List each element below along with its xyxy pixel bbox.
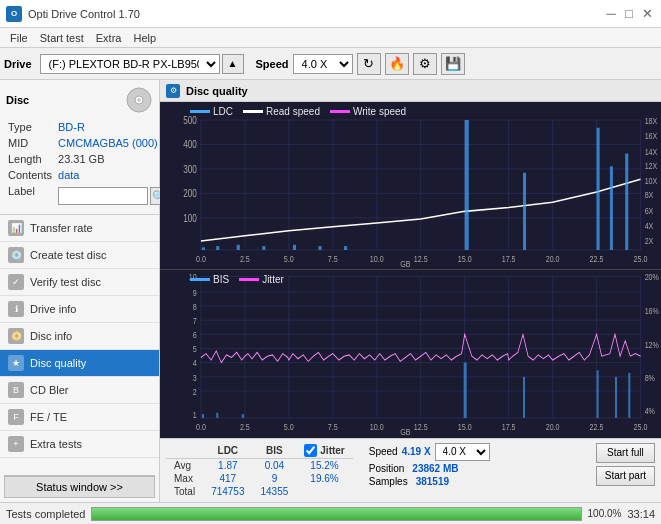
content-area: Disc Type BD-R MID CMCMAGBA5 (000) Lengt bbox=[0, 80, 661, 502]
sidebar-item-create-test-disc[interactable]: 💿 Create test disc bbox=[0, 242, 159, 269]
disc-quality-header-icon: ⚙ bbox=[166, 84, 180, 98]
verify-test-disc-icon: ✓ bbox=[8, 274, 24, 290]
menu-help[interactable]: Help bbox=[127, 31, 162, 45]
svg-rect-109 bbox=[216, 413, 218, 418]
svg-rect-49 bbox=[237, 245, 240, 250]
svg-rect-47 bbox=[202, 247, 205, 250]
svg-text:9: 9 bbox=[193, 288, 197, 298]
speed-section: Speed 4.19 X 1.0 X2.0 X4.0 X6.0 X8.0 X P… bbox=[369, 443, 490, 489]
eject-button[interactable]: ▲ bbox=[222, 54, 244, 74]
speed-select-stat[interactable]: 1.0 X2.0 X4.0 X6.0 X8.0 X bbox=[435, 443, 490, 461]
nav-items: 📊 Transfer rate 💿 Create test disc ✓ Ver… bbox=[0, 215, 159, 471]
maximize-button[interactable]: □ bbox=[621, 6, 637, 22]
total-label: Total bbox=[166, 485, 203, 498]
svg-rect-50 bbox=[262, 246, 265, 250]
sidebar-item-cd-bler[interactable]: B CD Bler bbox=[0, 377, 159, 404]
position-label: Position bbox=[369, 463, 405, 474]
sidebar-item-verify-test-disc[interactable]: ✓ Verify test disc bbox=[0, 269, 159, 296]
drive-selector: (F:) PLEXTOR BD-R PX-LB950SA 1.06 ▲ bbox=[40, 54, 244, 74]
read-speed-legend: Read speed bbox=[243, 106, 320, 117]
svg-text:GB: GB bbox=[400, 259, 410, 269]
minimize-button[interactable]: ─ bbox=[603, 6, 619, 22]
svg-text:12.5: 12.5 bbox=[414, 254, 428, 264]
svg-text:22.5: 22.5 bbox=[590, 254, 604, 264]
svg-rect-111 bbox=[464, 363, 467, 418]
title-bar: O Opti Drive Control 1.70 ─ □ ✕ bbox=[0, 0, 661, 28]
start-part-button[interactable]: Start part bbox=[596, 466, 655, 486]
nav-label-transfer-rate: Transfer rate bbox=[30, 222, 93, 234]
nav-label-cd-bler: CD Bler bbox=[30, 384, 69, 396]
write-speed-legend: Write speed bbox=[330, 106, 406, 117]
burn-button[interactable]: 🔥 bbox=[385, 53, 409, 75]
disc-quality-icon: ★ bbox=[8, 355, 24, 371]
charts-area: LDC Read speed Write speed bbox=[160, 102, 661, 438]
stats-table: LDC BIS Jitter Avg 1.87 0.04 15.2% bbox=[166, 443, 353, 499]
max-label: Max bbox=[166, 472, 203, 485]
disc-info-icon: 📀 bbox=[8, 328, 24, 344]
menu-start-test[interactable]: Start test bbox=[34, 31, 90, 45]
svg-text:10.0: 10.0 bbox=[370, 422, 384, 432]
buttons-section: Start full Start part bbox=[596, 443, 655, 486]
svg-point-2 bbox=[137, 98, 141, 102]
sidebar-item-disc-info[interactable]: 📀 Disc info bbox=[0, 323, 159, 350]
speed-combo[interactable]: 1.0 X2.0 X4.0 X6.0 X8.0 X bbox=[293, 54, 353, 74]
settings-button[interactable]: ⚙ bbox=[413, 53, 437, 75]
svg-text:2.5: 2.5 bbox=[240, 422, 250, 432]
menu-extra[interactable]: Extra bbox=[90, 31, 128, 45]
jitter-checkbox[interactable] bbox=[304, 444, 317, 457]
toolbar: Drive (F:) PLEXTOR BD-R PX-LB950SA 1.06 … bbox=[0, 48, 661, 80]
save-button[interactable]: 💾 bbox=[441, 53, 465, 75]
menu-bar: File Start test Extra Help bbox=[0, 28, 661, 48]
svg-text:4: 4 bbox=[193, 359, 197, 369]
sidebar-item-fe-te[interactable]: F FE / TE bbox=[0, 404, 159, 431]
close-button[interactable]: ✕ bbox=[639, 6, 655, 22]
jitter-legend-color bbox=[239, 278, 259, 281]
sidebar-item-transfer-rate[interactable]: 📊 Transfer rate bbox=[0, 215, 159, 242]
status-text: Tests completed bbox=[6, 508, 85, 520]
svg-text:10X: 10X bbox=[645, 177, 658, 187]
svg-rect-48 bbox=[216, 246, 219, 250]
disc-label-input[interactable] bbox=[58, 187, 148, 205]
status-window-button[interactable]: Status window >> bbox=[4, 475, 155, 498]
col-ldc: LDC bbox=[203, 443, 252, 459]
svg-text:300: 300 bbox=[183, 164, 197, 175]
svg-rect-108 bbox=[202, 414, 204, 418]
app-icon: O bbox=[6, 6, 22, 22]
chart-ldc: LDC Read speed Write speed bbox=[160, 102, 661, 270]
read-speed-legend-label: Read speed bbox=[266, 106, 320, 117]
avg-jitter: 15.2% bbox=[296, 459, 352, 473]
refresh-button[interactable]: ↻ bbox=[357, 53, 381, 75]
svg-text:16X: 16X bbox=[645, 132, 658, 142]
disc-contents-label: Contents bbox=[8, 168, 52, 182]
svg-text:4X: 4X bbox=[645, 222, 654, 232]
svg-text:20.0: 20.0 bbox=[546, 254, 560, 264]
avg-label: Avg bbox=[166, 459, 203, 473]
total-ldc: 714753 bbox=[203, 485, 252, 498]
svg-text:20.0: 20.0 bbox=[546, 422, 560, 432]
svg-text:5.0: 5.0 bbox=[284, 422, 294, 432]
svg-text:15.0: 15.0 bbox=[458, 254, 472, 264]
svg-text:3: 3 bbox=[193, 373, 197, 383]
drive-combo[interactable]: (F:) PLEXTOR BD-R PX-LB950SA 1.06 bbox=[40, 54, 220, 74]
sidebar-item-disc-quality[interactable]: ★ Disc quality bbox=[0, 350, 159, 377]
menu-file[interactable]: File bbox=[4, 31, 34, 45]
sidebar-item-drive-info[interactable]: ℹ Drive info bbox=[0, 296, 159, 323]
total-jitter bbox=[296, 485, 352, 498]
svg-text:8X: 8X bbox=[645, 191, 654, 201]
samples-label: Samples bbox=[369, 476, 408, 487]
chart-top-legend: LDC Read speed Write speed bbox=[190, 106, 406, 117]
nav-label-verify-test-disc: Verify test disc bbox=[30, 276, 101, 288]
chart-top-svg: 500 400 300 200 100 18X 16X 14X 12X 10X … bbox=[160, 102, 661, 269]
svg-text:GB: GB bbox=[400, 427, 410, 437]
svg-rect-112 bbox=[523, 377, 525, 418]
svg-text:8%: 8% bbox=[645, 373, 655, 383]
svg-text:7.5: 7.5 bbox=[328, 422, 338, 432]
max-ldc: 417 bbox=[203, 472, 252, 485]
chart-bottom-svg: 10 9 8 7 6 5 4 3 2 1 20% 16% bbox=[160, 270, 661, 437]
position-value: 23862 MB bbox=[412, 463, 458, 474]
svg-text:7.5: 7.5 bbox=[328, 254, 338, 264]
start-full-button[interactable]: Start full bbox=[596, 443, 655, 463]
disc-type-value: BD-R bbox=[54, 120, 168, 134]
sidebar-item-extra-tests[interactable]: + Extra tests bbox=[0, 431, 159, 458]
svg-rect-113 bbox=[597, 371, 599, 419]
